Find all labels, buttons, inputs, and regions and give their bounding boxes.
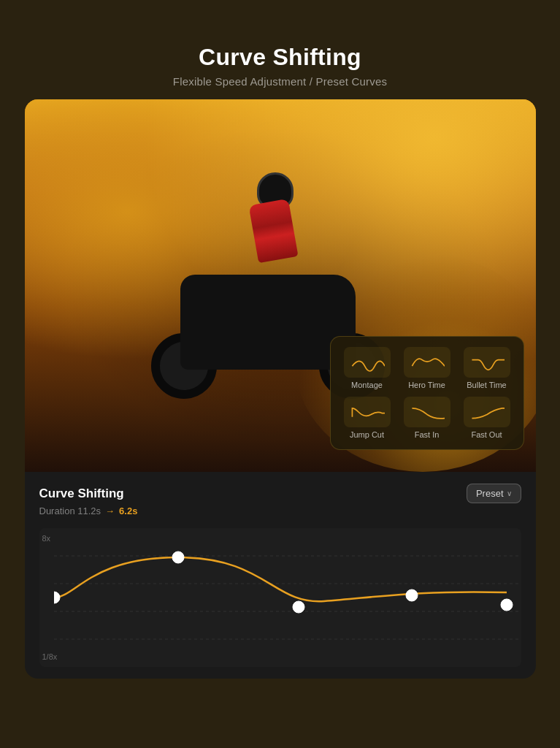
main-card: Montage Hero Time Bullet Time — [25, 99, 536, 679]
control-point-1[interactable] — [172, 552, 184, 563]
control-point-0[interactable] — [54, 592, 60, 603]
graph-label-max: 8x — [42, 534, 51, 543]
preset-fast-in[interactable]: Fast In — [401, 397, 453, 439]
info-panel: Curve Shifting Preset ∨ Duration 11.2s →… — [25, 472, 536, 522]
fast-out-icon — [464, 397, 510, 427]
graph-svg — [54, 528, 521, 667]
preset-jump-cut[interactable]: Jump Cut — [341, 397, 394, 439]
hero-time-icon — [404, 347, 450, 378]
page-title: Curve Shifting — [173, 44, 387, 71]
control-point-4[interactable] — [501, 599, 513, 611]
fast-in-icon — [404, 397, 450, 427]
bullet-time-label: Bullet Time — [467, 381, 506, 389]
video-area: Montage Hero Time Bullet Time — [25, 99, 536, 472]
duration-arrow-icon: → — [105, 505, 115, 516]
duration-new: 6.2s — [119, 505, 137, 516]
jump-cut-icon — [344, 397, 391, 427]
curve-shifting-label: Curve Shifting — [39, 486, 124, 501]
info-row: Curve Shifting Preset ∨ — [39, 484, 521, 503]
duration-row: Duration 11.2s → 6.2s — [39, 505, 521, 516]
speed-curve-graph[interactable]: 8x 1/8x — [39, 528, 521, 667]
speed-curve-path — [54, 557, 507, 601]
fast-in-label: Fast In — [415, 430, 440, 439]
control-point-3[interactable] — [406, 589, 418, 601]
bullet-time-icon — [464, 347, 510, 378]
preset-fast-out[interactable]: Fast Out — [461, 397, 513, 439]
fast-out-label: Fast Out — [471, 430, 502, 439]
montage-label: Montage — [351, 381, 383, 389]
control-point-2[interactable] — [293, 601, 304, 613]
hero-time-label: Hero Time — [408, 381, 445, 389]
preset-bullet-time[interactable]: Bullet Time — [461, 347, 513, 389]
montage-icon — [344, 347, 391, 378]
rider — [231, 194, 312, 304]
chevron-down-icon: ∨ — [507, 489, 512, 497]
page-subtitle: Flexible Speed Adjustment / Preset Curve… — [173, 75, 387, 88]
preset-hero-time[interactable]: Hero Time — [401, 347, 453, 389]
preset-btn-label: Preset — [476, 488, 504, 499]
preset-montage[interactable]: Montage — [341, 347, 394, 389]
duration-original: Duration 11.2s — [39, 505, 101, 516]
jump-cut-label: Jump Cut — [350, 430, 384, 439]
page-header: Curve Shifting Flexible Speed Adjustment… — [173, 44, 387, 88]
preset-curves-panel: Montage Hero Time Bullet Time — [330, 336, 524, 450]
rider-torso — [248, 199, 298, 263]
preset-button[interactable]: Preset ∨ — [467, 484, 521, 503]
